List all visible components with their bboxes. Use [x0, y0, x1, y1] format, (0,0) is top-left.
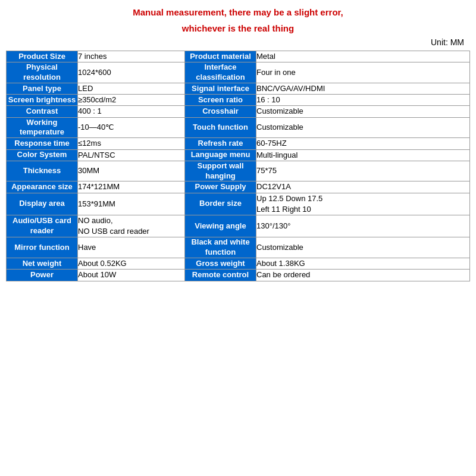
- table-row: Net weightAbout 0.52KGGross weightAbout …: [7, 258, 470, 270]
- left-label-4: Contrast: [7, 106, 78, 117]
- right-label-11: Viewing angle: [185, 215, 256, 237]
- left-label-2: Panel type: [7, 83, 78, 94]
- right-label-13: Gross weight: [185, 258, 256, 270]
- left-label-13: Net weight: [7, 258, 78, 270]
- right-label-8: Support wall hanging: [185, 161, 256, 181]
- table-row: Contrast400 : 1CrosshairCustomizable: [7, 106, 470, 117]
- left-value-10: 153*91MM: [78, 193, 185, 215]
- left-value-14: About 10W: [78, 270, 185, 281]
- right-value-6: 60-75HZ: [256, 138, 470, 149]
- table-row: Response time≤12msRefresh rate60-75HZ: [7, 138, 470, 149]
- left-value-3: ≥350cd/m2: [78, 95, 185, 106]
- left-label-10: Display area: [7, 193, 78, 215]
- left-value-5: -10—40℃: [78, 117, 185, 138]
- left-value-1: 1024*600: [78, 62, 185, 83]
- right-value-5: Customizable: [256, 117, 470, 138]
- left-label-6: Response time: [7, 138, 78, 149]
- right-value-2: BNC/VGA/AV/HDMI: [256, 83, 470, 94]
- left-label-8: Thickness: [7, 161, 78, 181]
- table-row: Color SystemPAL/NTSCLanguage menuMulti-l…: [7, 149, 470, 161]
- right-label-3: Screen ratio: [185, 95, 256, 106]
- right-label-14: Remote control: [185, 270, 256, 281]
- unit-label: Unit: MM: [6, 37, 470, 47]
- right-value-7: Multi-lingual: [256, 149, 470, 161]
- table-row: Display area153*91MMBorder sizeUp 12.5 D…: [7, 193, 470, 215]
- left-value-8: 30MM: [78, 161, 185, 181]
- left-value-7: PAL/NTSC: [78, 149, 185, 161]
- right-value-14: Can be ordered: [256, 270, 470, 281]
- right-label-12: Black and white function: [185, 237, 256, 258]
- left-value-6: ≤12ms: [78, 138, 185, 149]
- table-row: Physical resolution1024*600Interface cla…: [7, 62, 470, 83]
- right-label-5: Touch function: [185, 117, 256, 138]
- spec-table: Product Size7 inchesProduct materialMeta…: [6, 51, 470, 281]
- left-value-2: LED: [78, 83, 185, 94]
- right-label-2: Signal interface: [185, 83, 256, 94]
- right-label-4: Crosshair: [185, 106, 256, 117]
- left-label-5: Working temperature: [7, 117, 78, 138]
- right-label-10: Border size: [185, 193, 256, 215]
- right-value-4: Customizable: [256, 106, 470, 117]
- right-label-7: Language menu: [185, 149, 256, 161]
- header-note-line2: whichever is the real thing: [6, 22, 470, 36]
- right-value-8: 75*75: [256, 161, 470, 181]
- right-label-1: Interface classification: [185, 62, 256, 83]
- table-row: Working temperature-10—40℃Touch function…: [7, 117, 470, 138]
- right-label-9: Power Supply: [185, 181, 256, 193]
- right-label-6: Refresh rate: [185, 138, 256, 149]
- right-value-1: Four in one: [256, 62, 470, 83]
- right-value-9: DC12V1A: [256, 181, 470, 193]
- left-value-9: 174*121MM: [78, 181, 185, 193]
- left-label-1: Physical resolution: [7, 62, 78, 83]
- right-value-12: Customizable: [256, 237, 470, 258]
- table-row: Audio/USB card readerNO audio, NO USB ca…: [7, 215, 470, 237]
- table-row: Product Size7 inchesProduct materialMeta…: [7, 51, 470, 62]
- left-label-14: Power: [7, 270, 78, 281]
- left-value-11: NO audio, NO USB card reader: [78, 215, 185, 237]
- table-row: Thickness30MMSupport wall hanging75*75: [7, 161, 470, 181]
- table-row: Screen brightness≥350cd/m2Screen ratio16…: [7, 95, 470, 106]
- left-label-9: Appearance size: [7, 181, 78, 193]
- left-label-0: Product Size: [7, 51, 78, 62]
- table-row: Appearance size174*121MMPower SupplyDC12…: [7, 181, 470, 193]
- table-row: Panel typeLEDSignal interfaceBNC/VGA/AV/…: [7, 83, 470, 94]
- table-row: Mirror functionHaveBlack and white funct…: [7, 237, 470, 258]
- header-note-line1: Manual measurement, there may be a sligh…: [6, 6, 470, 20]
- right-value-13: About 1.38KG: [256, 258, 470, 270]
- right-value-10: Up 12.5 Down 17.5 Left 11 Right 10: [256, 193, 470, 215]
- table-row: PowerAbout 10WRemote controlCan be order…: [7, 270, 470, 281]
- left-label-11: Audio/USB card reader: [7, 215, 78, 237]
- left-value-12: Have: [78, 237, 185, 258]
- right-label-0: Product material: [185, 51, 256, 62]
- right-value-0: Metal: [256, 51, 470, 62]
- left-label-7: Color System: [7, 149, 78, 161]
- right-value-11: 130°/130°: [256, 215, 470, 237]
- left-value-0: 7 inches: [78, 51, 185, 62]
- left-label-12: Mirror function: [7, 237, 78, 258]
- right-value-3: 16 : 10: [256, 95, 470, 106]
- left-label-3: Screen brightness: [7, 95, 78, 106]
- left-value-4: 400 : 1: [78, 106, 185, 117]
- left-value-13: About 0.52KG: [78, 258, 185, 270]
